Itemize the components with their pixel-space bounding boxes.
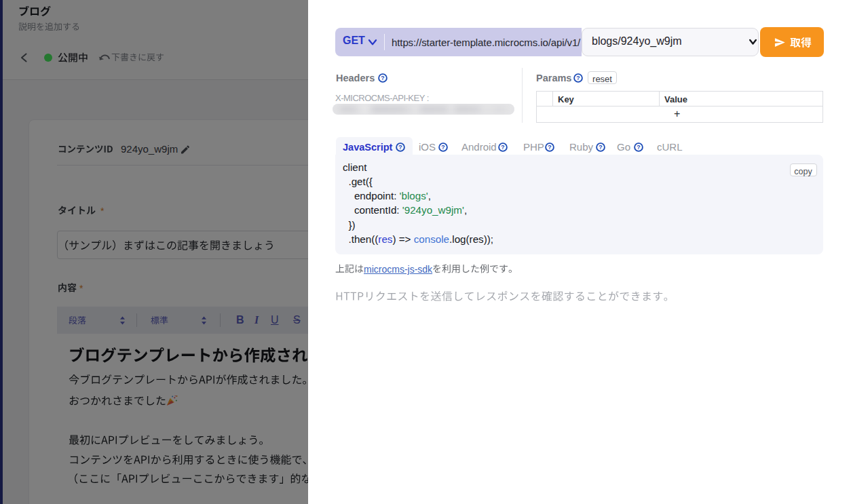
svg-text:?: ? (381, 75, 384, 81)
svg-text:?: ? (442, 144, 445, 151)
svg-text:?: ? (599, 144, 602, 151)
svg-text:?: ? (398, 144, 402, 151)
svg-text:?: ? (637, 144, 641, 151)
svg-text:?: ? (502, 144, 505, 151)
svg-text:?: ? (548, 144, 551, 151)
svg-text:?: ? (576, 75, 580, 81)
